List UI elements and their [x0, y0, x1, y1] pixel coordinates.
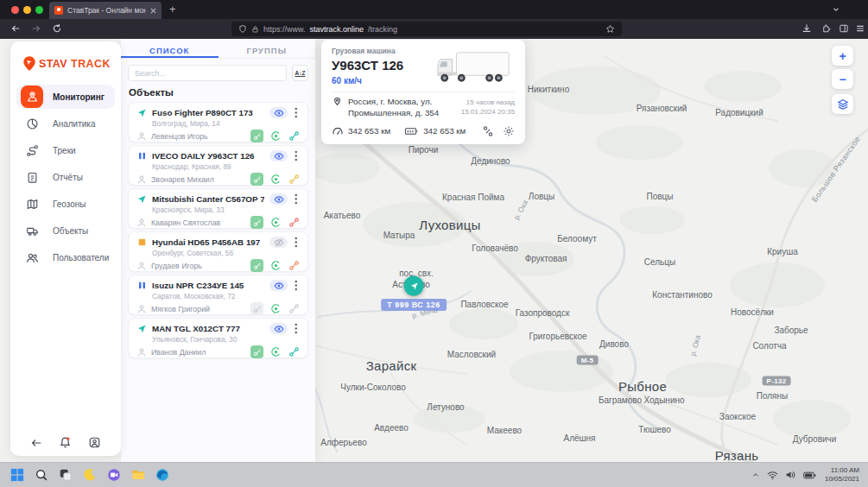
vehicle-menu-button[interactable]: [293, 150, 300, 161]
bookmark-star-icon[interactable]: [605, 24, 615, 34]
menu-icon[interactable]: [855, 23, 865, 34]
browser-tab[interactable]: СтавТрак - Онлайн мониторинг: [49, 2, 162, 19]
stavtrack-favicon: [54, 6, 63, 15]
settings-gear-button[interactable]: [503, 125, 515, 137]
connection-icon[interactable]: [288, 174, 300, 185]
ignition-status-icon[interactable]: [270, 303, 282, 314]
vehicle-card[interactable]: IVECO DAILY У963СТ 126Краснодар, Красная…: [128, 145, 308, 186]
route-history-button[interactable]: [482, 125, 494, 137]
search-icon[interactable]: [33, 467, 49, 484]
vehicle-card[interactable]: Mitsubishi Canter С567ОР 790Красноярск, …: [128, 188, 308, 229]
ignition-status-icon[interactable]: [270, 174, 282, 185]
sidebar-item-reports[interactable]: Отчёты: [16, 165, 115, 189]
layers-button[interactable]: [832, 94, 853, 114]
vehicle-card[interactable]: Fuso Fighter Р890СТ 173Волгоград, Мира, …: [128, 102, 308, 142]
key-icon[interactable]: [250, 259, 263, 272]
vehicle-menu-button[interactable]: [293, 237, 300, 248]
visibility-eye-button[interactable]: [269, 323, 288, 334]
window-maximize-button[interactable]: [35, 6, 43, 14]
tab-close-icon[interactable]: [150, 8, 156, 14]
window-close-button[interactable]: [11, 6, 19, 14]
visibility-eye-button[interactable]: [269, 107, 288, 118]
bell-icon[interactable]: [59, 436, 72, 449]
wifi-icon[interactable]: [767, 471, 778, 480]
vehicle-popup: Грузовая машина У963СТ 126 60 км/ч: [321, 40, 525, 144]
sidebar-item-users[interactable]: Пользователи: [16, 245, 115, 269]
connection-icon[interactable]: [288, 303, 300, 314]
vehicle-plate: У963СТ 126: [332, 58, 434, 73]
back-button[interactable]: [10, 23, 21, 34]
tracking-shield-icon[interactable]: [238, 24, 247, 34]
start-icon[interactable]: [9, 467, 25, 484]
key-icon[interactable]: [250, 130, 263, 142]
vehicle-card[interactable]: MAN TGL Х012СТ 777Ульяновск, Гончарова, …: [128, 318, 308, 358]
ignition-status-icon[interactable]: [270, 260, 282, 271]
tab-list-chevron-icon[interactable]: [832, 5, 840, 14]
sort-button[interactable]: A↕Z: [292, 65, 308, 81]
visibility-eye-button[interactable]: [269, 237, 288, 248]
tab-list[interactable]: СПИСОК: [121, 39, 219, 58]
sidebar-toggle-icon[interactable]: [839, 23, 849, 34]
sidebar-item-geozones[interactable]: Геозоны: [16, 192, 115, 216]
status-moving-icon: [136, 324, 147, 334]
reports-icon: [21, 166, 43, 188]
account-icon[interactable]: [88, 436, 101, 449]
vehicle-menu-button[interactable]: [293, 193, 300, 205]
battery-icon[interactable]: [803, 471, 816, 479]
chat-icon[interactable]: [105, 467, 122, 484]
window-minimize-button[interactable]: [23, 6, 31, 14]
visibility-eye-button[interactable]: [269, 150, 288, 161]
key-icon[interactable]: [250, 173, 263, 186]
connection-icon[interactable]: [288, 130, 300, 142]
explorer-icon[interactable]: [130, 467, 146, 484]
vehicle-address: Красноярск, Мира, 33: [152, 205, 300, 215]
chevron-up-icon[interactable]: [751, 471, 760, 479]
key-icon[interactable]: [250, 345, 263, 358]
vehicle-card[interactable]: Isuzu NPR С234УЕ 145Саратов, Московская,…: [128, 275, 308, 315]
sidebar-item-analytics[interactable]: Аналитика: [16, 111, 115, 136]
vehicle-card[interactable]: Hyundai HD65 Р456АВ 197Оренбург, Советск…: [128, 231, 308, 272]
back-arrow-icon[interactable]: [30, 437, 42, 449]
zoom-in-button[interactable]: +: [832, 46, 853, 66]
key-icon[interactable]: [250, 302, 263, 315]
taskbar-clock[interactable]: 11:00 AM 10/05/2021: [825, 466, 859, 484]
map-label: Головачёво: [472, 244, 518, 253]
tab-groups[interactable]: ГРУППЫ: [219, 39, 316, 58]
reload-button[interactable]: [52, 23, 62, 34]
vehicle-marker[interactable]: [404, 276, 424, 296]
vehicle-menu-button[interactable]: [293, 107, 300, 118]
ignition-status-icon[interactable]: [270, 217, 282, 228]
connection-icon[interactable]: [288, 217, 300, 228]
vehicle-menu-button[interactable]: [293, 323, 300, 334]
map-label: Заборье: [774, 326, 808, 335]
driver-name: Звонарев Михаил: [151, 175, 244, 184]
volume-icon[interactable]: [785, 470, 796, 480]
sidebar-item-monitoring[interactable]: Мониторинг: [16, 85, 115, 109]
edge-icon[interactable]: [154, 467, 170, 484]
forward-button[interactable]: [31, 23, 41, 34]
map-label: Повцы: [647, 192, 674, 201]
map-label: Зарайск: [366, 358, 417, 373]
lock-icon[interactable]: [251, 25, 259, 34]
sidebar-item-objects[interactable]: Объекты: [16, 218, 115, 243]
visibility-eye-button[interactable]: [269, 193, 288, 205]
new-tab-button[interactable]: +: [169, 3, 176, 16]
connection-icon[interactable]: [288, 346, 300, 357]
vehicle-menu-button[interactable]: [293, 280, 300, 291]
extensions-icon[interactable]: [820, 23, 831, 34]
sidebar-item-tracks[interactable]: Треки: [16, 138, 115, 162]
connection-icon[interactable]: [288, 260, 300, 271]
night-icon[interactable]: [81, 467, 98, 484]
visibility-eye-button[interactable]: [269, 280, 288, 291]
ignition-status-icon[interactable]: [270, 346, 282, 357]
task-view-icon[interactable]: [57, 467, 73, 484]
app-content: НикиткиноРязановскийРадовицкийСергиевски…: [0, 39, 868, 462]
key-icon[interactable]: [250, 216, 263, 229]
ignition-status-icon[interactable]: [270, 130, 282, 142]
sidebar-footer: [10, 436, 121, 449]
search-input[interactable]: [128, 65, 287, 81]
geozones-icon: [21, 193, 43, 215]
url-bar[interactable]: https://www.stavtrack.online/tracking: [231, 22, 622, 36]
download-icon[interactable]: [801, 23, 812, 34]
zoom-out-button[interactable]: −: [832, 69, 853, 89]
